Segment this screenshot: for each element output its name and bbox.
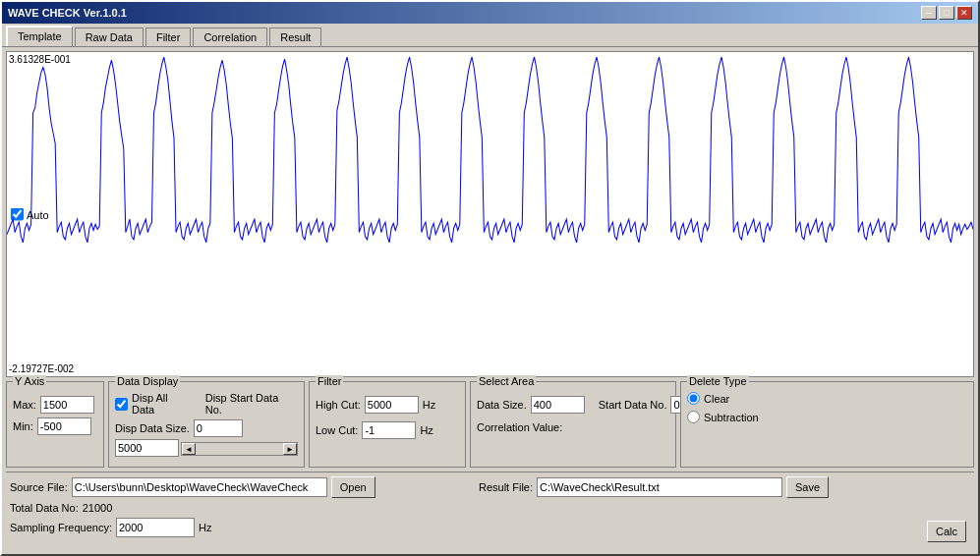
maximize-button[interactable]: □ xyxy=(939,6,954,20)
y-max-label: Max: xyxy=(13,399,36,411)
data-scrollbar[interactable]: ◄ ► xyxy=(181,442,298,456)
tab-bar: Template Raw Data Filter Correlation Res… xyxy=(2,24,978,46)
high-cut-row: High Cut: Hz xyxy=(316,396,459,414)
tab-raw-data[interactable]: Raw Data xyxy=(75,28,144,46)
close-button[interactable]: ✕ xyxy=(956,6,972,20)
save-button[interactable]: Save xyxy=(786,476,829,498)
total-data-row: Total Data No: 21000 xyxy=(10,502,471,514)
delete-type-panel: Delete Type Clear Subtraction xyxy=(680,381,974,468)
y-axis-panel: Y Axis Max: Min: xyxy=(6,381,104,468)
calc-btn-area: Calc xyxy=(479,502,970,546)
total-data-value: 21000 xyxy=(83,502,113,514)
low-cut-unit: Hz xyxy=(420,424,432,436)
correlation-row: Correlation Value: xyxy=(477,421,669,433)
tab-result[interactable]: Result xyxy=(269,28,321,46)
scroll-right-btn[interactable]: ► xyxy=(283,443,297,455)
data-display-title: Data Display xyxy=(115,375,180,387)
title-bar: WAVE CHECK Ver.1.0.1 ─ □ ✕ xyxy=(2,2,978,24)
window-title: WAVE CHECK Ver.1.0.1 xyxy=(8,7,127,19)
select-area-title: Select Area xyxy=(477,375,536,387)
data-display-panel: Data Display Disp All Data Disp Start Da… xyxy=(108,381,305,468)
open-button[interactable]: Open xyxy=(331,476,375,498)
source-file-row: Source File: Open xyxy=(10,476,471,498)
subtraction-label: Subtraction xyxy=(704,412,759,423)
clear-label: Clear xyxy=(704,393,729,405)
bottom-left: Source File: Open Total Data No: 21000 S… xyxy=(10,476,471,546)
title-bar-buttons: ─ □ ✕ xyxy=(921,6,972,20)
waveform-chart xyxy=(7,52,973,376)
y-max-input[interactable] xyxy=(40,396,94,414)
disp-size2-input[interactable] xyxy=(115,439,179,457)
data-size-label: Data Size. xyxy=(477,399,527,411)
disp-size-label: Disp Data Size. xyxy=(115,422,190,434)
result-file-input[interactable] xyxy=(537,477,782,497)
data-size-input[interactable] xyxy=(531,396,585,414)
main-content: 3.61328E-001 -2.19727E-002 Auto Y Axis M… xyxy=(2,46,978,554)
sampling-label: Sampling Frequency: xyxy=(10,522,112,533)
low-cut-row: Low Cut: Hz xyxy=(316,421,459,439)
disp-start-label: Disp Start Data No. xyxy=(205,392,298,416)
y-max-row: Max: xyxy=(13,396,97,414)
high-cut-input[interactable] xyxy=(365,396,419,414)
y-min-input[interactable] xyxy=(37,417,91,435)
data-size-row: Data Size. Start Data No. xyxy=(477,396,669,414)
disp-size-input[interactable] xyxy=(194,419,243,437)
subtraction-radio[interactable] xyxy=(687,411,700,423)
clear-radio[interactable] xyxy=(687,392,700,405)
correlation-label: Correlation Value: xyxy=(477,421,562,433)
controls-area: Y Axis Max: Min: Data Display Disp All D… xyxy=(6,381,974,468)
high-cut-unit: Hz xyxy=(423,399,435,411)
disp-all-label: Disp All Data xyxy=(132,392,194,416)
tab-correlation[interactable]: Correlation xyxy=(193,28,267,46)
filter-title: Filter xyxy=(316,375,343,387)
filter-panel: Filter High Cut: Hz Low Cut: Hz xyxy=(309,381,466,468)
delete-type-title: Delete Type xyxy=(687,375,749,387)
scroll-left-btn[interactable]: ◄ xyxy=(182,443,196,455)
source-file-label: Source File: xyxy=(10,481,68,493)
sampling-row: Sampling Frequency: Hz xyxy=(10,518,471,537)
low-cut-label: Low Cut: xyxy=(316,424,358,436)
source-file-input[interactable] xyxy=(72,477,327,497)
disp-all-row: Disp All Data Disp Start Data No. xyxy=(115,392,298,416)
bottom-bar: Source File: Open Total Data No: 21000 S… xyxy=(6,472,974,550)
start-no-label: Start Data No. xyxy=(599,399,667,411)
tab-template[interactable]: Template xyxy=(6,26,73,46)
result-file-label: Result File: xyxy=(479,481,533,493)
sampling-input[interactable] xyxy=(116,518,195,537)
tab-filter[interactable]: Filter xyxy=(145,28,191,46)
bottom-right: Result File: Save Calc xyxy=(479,476,970,546)
result-file-row: Result File: Save xyxy=(479,476,970,498)
y-min-label: Min: xyxy=(13,420,33,432)
minimize-button[interactable]: ─ xyxy=(921,6,937,20)
chart-area: 3.61328E-001 -2.19727E-002 Auto xyxy=(6,51,974,377)
total-data-label: Total Data No: xyxy=(10,502,79,514)
y-min-row: Min: xyxy=(13,417,97,435)
main-window: WAVE CHECK Ver.1.0.1 ─ □ ✕ Template Raw … xyxy=(0,0,980,556)
low-cut-input[interactable] xyxy=(362,421,416,439)
high-cut-label: High Cut: xyxy=(316,399,361,411)
select-area-panel: Select Area Data Size. Start Data No. Co… xyxy=(470,381,676,468)
sampling-unit: Hz xyxy=(199,522,211,533)
calc-button[interactable]: Calc xyxy=(927,521,966,542)
disp-all-checkbox[interactable] xyxy=(115,398,128,411)
subtraction-option: Subtraction xyxy=(687,411,967,423)
disp-size-row: Disp Data Size. xyxy=(115,419,298,437)
y-axis-title: Y Axis xyxy=(13,375,46,387)
clear-option: Clear xyxy=(687,392,967,405)
